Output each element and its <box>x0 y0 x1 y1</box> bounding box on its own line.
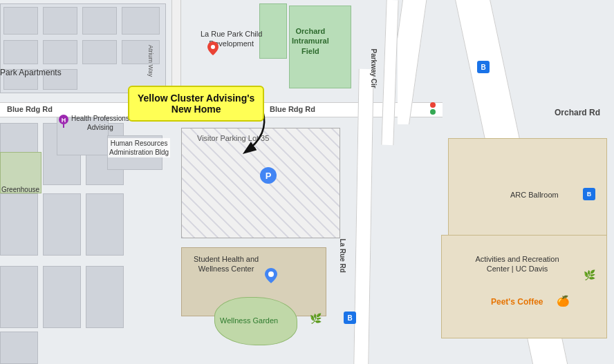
block-low-left-1 <box>0 193 38 256</box>
svg-point-3 <box>268 271 274 277</box>
student-health-pin <box>265 268 277 286</box>
block-bot-left-3 <box>86 266 124 328</box>
hr-admin-building <box>107 135 162 170</box>
callout-line1: Yellow Cluster Advising's <box>138 93 254 104</box>
block-tl-b <box>43 7 77 35</box>
arc-icon: B <box>583 188 595 200</box>
block-tl-f <box>43 40 77 64</box>
block-bot-left-4 <box>0 332 38 364</box>
orchard-intramural-field <box>289 6 351 88</box>
block-low-left-2 <box>43 193 81 256</box>
peets-icon: 🍊 <box>557 295 570 307</box>
block-tl-g <box>82 40 117 64</box>
block-tl-j <box>43 69 77 90</box>
transit-icon-bottom: B <box>344 312 356 324</box>
visitor-parking-lot <box>181 128 340 238</box>
transit-icon-top-right: B <box>477 61 490 73</box>
svg-text:H: H <box>62 117 66 124</box>
health-professions-pin: H <box>57 114 70 126</box>
svg-point-4 <box>211 45 215 49</box>
block-bot-left-2 <box>43 266 81 328</box>
greenhouse-area <box>0 152 41 193</box>
map-container: Yellow Cluster Advising's New Home Park … <box>0 0 614 364</box>
traffic-light <box>430 102 436 115</box>
block-tl-c <box>82 7 117 35</box>
block-tl-a <box>3 7 38 35</box>
block-tl-e <box>3 40 38 64</box>
activities-icon: 🌿 <box>584 269 595 280</box>
block-tl-i <box>3 69 38 90</box>
wellness-garden-icon: 🌿 <box>310 313 322 324</box>
callout-bubble: Yellow Cluster Advising's New Home <box>128 86 264 122</box>
traffic-light-red <box>430 102 436 108</box>
block-low-left-3 <box>86 193 124 256</box>
callout-line2: New Home <box>171 104 221 115</box>
block-tl-h <box>122 40 160 64</box>
la-rue-park-pin <box>207 41 218 58</box>
traffic-light-green <box>430 109 436 115</box>
activities-recreation-building <box>441 235 607 338</box>
parking-icon: P <box>260 167 277 184</box>
block-tl-d <box>122 7 160 35</box>
la-rue-park-area <box>259 3 287 59</box>
block-bot-left-1 <box>0 266 38 328</box>
wellness-garden-area <box>214 297 297 345</box>
